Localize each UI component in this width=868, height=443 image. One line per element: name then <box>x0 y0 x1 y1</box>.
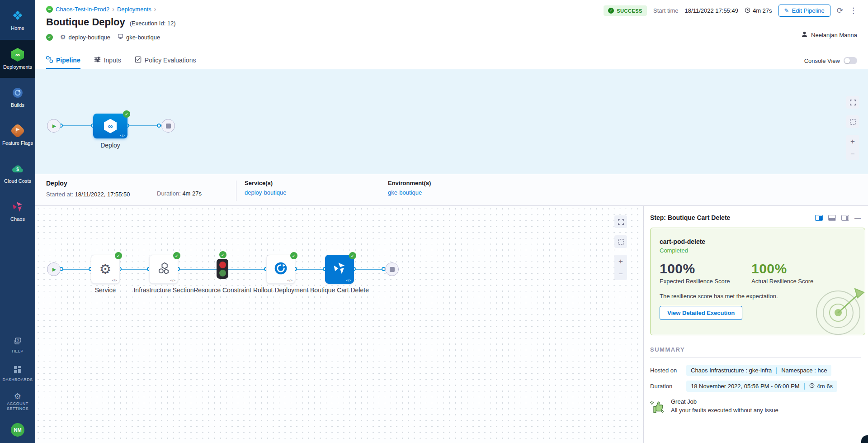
sidebar-item-account-settings[interactable]: ⚙ ACCOUNT SETTINGS <box>0 394 35 411</box>
user-avatar[interactable]: NM <box>11 423 24 437</box>
sidebar-item-label: Chaos <box>10 216 25 222</box>
sidebar-item-label: DASHBOARDS <box>2 377 33 382</box>
fullscreen-button[interactable] <box>846 96 859 109</box>
sidebar-item-label: Feature Flags <box>2 140 33 146</box>
divider <box>776 367 777 374</box>
zoom-in-button[interactable]: + <box>614 255 627 267</box>
step-panel-title: Step: Boutique Cart Delete <box>650 214 730 221</box>
harness-logo-icon: ❖ <box>12 9 23 23</box>
sidebar-item-dashboards[interactable]: DASHBOARDS <box>2 366 33 382</box>
selection-tool-button[interactable] <box>614 235 627 248</box>
step-node-service[interactable]: ⚙ ✓ </> <box>91 255 120 284</box>
environment-tag[interactable]: gke-boutique <box>118 33 160 41</box>
step-start-node[interactable]: ▶ <box>47 262 61 276</box>
step-success-icon: ✓ <box>115 252 122 259</box>
step-label: Service <box>74 286 137 294</box>
zoom-out-button[interactable]: − <box>846 148 859 160</box>
step-label: Resource Constraint <box>191 286 254 294</box>
current-user[interactable]: Neelanjan Manna <box>801 31 857 39</box>
execution-id: (Execution Id: 12) <box>130 20 176 27</box>
svg-text:?: ? <box>17 338 19 343</box>
harness-cd-icon: ∞ <box>104 119 117 133</box>
refresh-button[interactable]: ⟳ <box>837 7 843 14</box>
selection-tool-button[interactable] <box>846 115 859 128</box>
clock-icon <box>745 7 750 14</box>
start-time-value: 18/11/2022 17:55:49 <box>685 7 738 14</box>
service-tag[interactable]: ⚙ deploy-boutique <box>60 33 110 41</box>
view-detailed-execution-button[interactable]: View Detailed Execution <box>660 306 742 320</box>
help-icon: ? <box>13 337 22 347</box>
sidebar-item-deployments[interactable]: ∞ Deployments <box>0 40 35 78</box>
layout-right-view-button[interactable] <box>815 215 823 221</box>
actual-score-label: Actual Resilience Score <box>751 278 843 285</box>
environment-tag-label: gke-boutique <box>126 34 160 41</box>
zoom-in-button[interactable]: + <box>846 135 859 148</box>
console-view-toggle[interactable] <box>844 57 857 64</box>
zoom-controls: + − <box>614 255 627 280</box>
step-node-resource-constraint[interactable] <box>217 259 228 279</box>
more-options-button[interactable]: ⋮ <box>849 7 857 14</box>
sidebar-item-cloud-costs[interactable]: $ Cloud Costs <box>0 154 35 192</box>
zoom-out-button[interactable]: − <box>614 267 627 280</box>
code-icon: </> <box>170 278 175 282</box>
status-badge-label: SUCCESS <box>617 8 642 14</box>
dashboards-icon <box>14 366 22 375</box>
sidebar-item-feature-flags[interactable]: Feature Flags <box>0 116 35 154</box>
layout-bottom-view-button[interactable] <box>828 215 836 221</box>
stage-graph-canvas[interactable]: ▶ ∞ ✓ </> Deploy + − <box>35 69 868 174</box>
service-link[interactable]: deploy-boutique <box>245 189 388 196</box>
clock-icon <box>809 383 815 390</box>
pipeline-end-node[interactable] <box>161 119 175 133</box>
tab-inputs[interactable]: Inputs <box>94 52 121 69</box>
stage-details-strip: Deploy Started at: 18/11/2022, 17:55:50 … <box>35 174 868 206</box>
step-node-rollout-deployment[interactable]: ✓ </> <box>266 255 295 284</box>
left-sidebar: ❖ Home ∞ Deployments Builds Feature Flag… <box>0 0 35 443</box>
edit-pipeline-button[interactable]: ✎ Edit Pipeline <box>778 5 830 17</box>
rollout-icon <box>274 261 288 277</box>
status-badge: ✓ SUCCESS <box>604 5 647 16</box>
fullscreen-button[interactable] <box>614 215 627 228</box>
sidebar-item-home[interactable]: ❖ Home <box>0 0 35 40</box>
started-at: Started at: 18/11/2022, 17:55:50 <box>46 191 157 198</box>
pipeline-start-node[interactable]: ▶ <box>47 119 61 133</box>
breadcrumb-deployments-link[interactable]: Deployments <box>117 6 151 13</box>
sidebar-item-label: Cloud Costs <box>4 178 31 184</box>
tab-pipeline[interactable]: Pipeline <box>46 52 80 69</box>
duration-time-value: 4m 6s <box>817 383 833 390</box>
stage-node-deploy[interactable]: ∞ ✓ </> <box>93 114 127 138</box>
code-icon: </> <box>112 278 117 282</box>
sidebar-item-builds[interactable]: Builds <box>0 78 35 116</box>
toggle-knob <box>844 58 850 63</box>
duration-range-value: 18 November 2022, 05:56 PM - 06:00 PM <box>691 383 800 390</box>
chaos-result-card: cart-pod-delete Completed 100% Expected … <box>650 228 865 335</box>
step-details-panel: Step: Boutique Cart Delete — cart-pod-de… <box>643 206 868 443</box>
edge-connector-dot <box>157 124 161 128</box>
sidebar-item-chaos[interactable]: Chaos <box>0 192 35 230</box>
code-icon: </> <box>120 133 125 138</box>
traffic-light-green <box>219 270 226 276</box>
stage-label: Deploy <box>79 141 142 149</box>
step-node-infrastructure[interactable]: ✓ </> <box>149 255 178 284</box>
tab-bar: Pipeline Inputs Policy Evaluations Conso… <box>35 52 868 69</box>
minimize-panel-button[interactable]: — <box>854 214 861 221</box>
step-graph-canvas[interactable]: ▶ ⚙ ✓ </> ✓ </> ✓ <box>35 206 643 443</box>
step-label: Rollout Deployment <box>249 286 312 294</box>
chevron-right-icon: › <box>154 5 156 13</box>
layout-minimized-view-button[interactable] <box>841 215 849 221</box>
policy-check-icon <box>135 56 142 64</box>
step-node-boutique-cart-delete[interactable]: ✓ </> <box>325 255 354 284</box>
step-label: Infrastructure Section <box>132 286 195 294</box>
stage-details-title: Deploy <box>46 180 157 187</box>
summary-section: SUMMARY Hosted on Chaos Infrastructure :… <box>644 335 868 416</box>
summary-title: SUMMARY <box>650 346 861 357</box>
step-end-node[interactable] <box>385 262 399 276</box>
breadcrumb-project-link[interactable]: Chaos-Test-in-Prod2 <box>56 6 109 13</box>
great-job-subtitle: All your faults executed without any iss… <box>671 407 778 414</box>
tab-policy-evaluations[interactable]: Policy Evaluations <box>135 52 196 69</box>
sidebar-item-help[interactable]: ? HELP <box>12 337 23 354</box>
sidebar-item-label: Deployments <box>3 64 32 70</box>
deployments-icon: ∞ <box>11 48 24 62</box>
namespace-value: Namespace : hce <box>781 367 827 374</box>
environment-link[interactable]: gke-boutique <box>388 189 431 196</box>
services-label: Service(s) <box>245 180 388 186</box>
